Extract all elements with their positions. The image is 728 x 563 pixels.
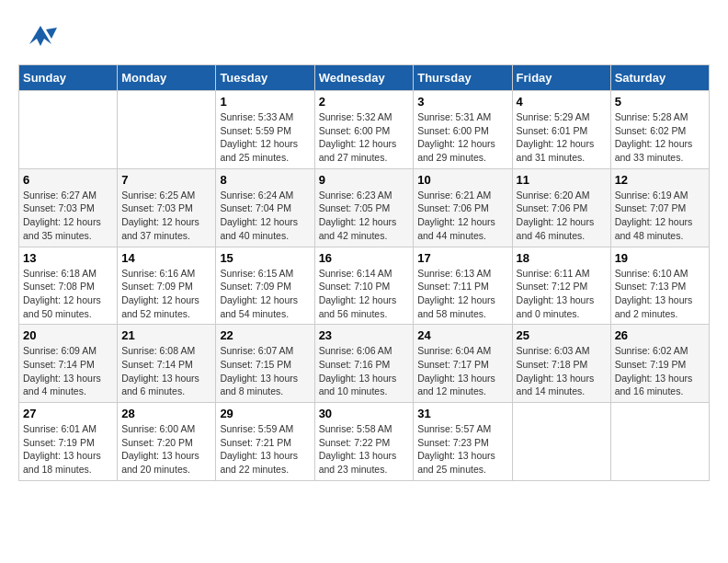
calendar-cell: 1Sunrise: 5:33 AMSunset: 5:59 PMDaylight…: [216, 91, 314, 169]
calendar-cell: 6Sunrise: 6:27 AMSunset: 7:03 PMDaylight…: [19, 168, 118, 247]
calendar-cell: [610, 403, 709, 481]
calendar-cell: 20Sunrise: 6:09 AMSunset: 7:14 PMDayligh…: [19, 325, 118, 403]
day-info: Sunrise: 6:01 AMSunset: 7:19 PMDaylight:…: [23, 422, 113, 477]
day-number: 8: [220, 173, 310, 187]
day-number: 30: [319, 407, 410, 420]
calendar-header-row: SundayMondayTuesdayWednesdayThursdayFrid…: [19, 65, 710, 91]
calendar-cell: 23Sunrise: 6:06 AMSunset: 7:16 PMDayligh…: [314, 325, 414, 403]
day-header-friday: Friday: [512, 65, 610, 91]
day-header-wednesday: Wednesday: [314, 65, 414, 91]
day-number: 21: [121, 328, 211, 342]
calendar-week-row: 1Sunrise: 5:33 AMSunset: 5:59 PMDaylight…: [19, 91, 710, 169]
calendar-cell: 30Sunrise: 5:58 AMSunset: 7:22 PMDayligh…: [314, 403, 414, 481]
day-info: Sunrise: 5:59 AMSunset: 7:21 PMDaylight:…: [220, 422, 310, 477]
day-number: 15: [220, 251, 310, 265]
calendar-cell: 7Sunrise: 6:25 AMSunset: 7:03 PMDaylight…: [118, 168, 216, 247]
day-number: 28: [121, 407, 211, 420]
day-info: Sunrise: 6:11 AMSunset: 7:12 PMDaylight:…: [517, 267, 607, 321]
day-header-thursday: Thursday: [414, 65, 512, 91]
day-info: Sunrise: 6:27 AMSunset: 7:03 PMDaylight:…: [23, 189, 113, 243]
day-number: 16: [319, 251, 410, 265]
calendar-cell: 31Sunrise: 5:57 AMSunset: 7:23 PMDayligh…: [414, 403, 512, 481]
day-info: Sunrise: 6:08 AMSunset: 7:14 PMDaylight:…: [121, 344, 211, 398]
day-number: 22: [220, 328, 310, 342]
day-number: 23: [319, 328, 410, 342]
calendar-cell: 22Sunrise: 6:07 AMSunset: 7:15 PMDayligh…: [216, 325, 314, 403]
day-number: 14: [121, 251, 211, 265]
calendar-cell: 17Sunrise: 6:13 AMSunset: 7:11 PMDayligh…: [414, 247, 512, 325]
calendar-cell: 13Sunrise: 6:18 AMSunset: 7:08 PMDayligh…: [19, 247, 118, 325]
day-number: 10: [417, 173, 507, 187]
svg-marker-0: [29, 26, 51, 46]
calendar-week-row: 20Sunrise: 6:09 AMSunset: 7:14 PMDayligh…: [19, 325, 710, 403]
day-number: 13: [23, 251, 113, 265]
day-number: 3: [417, 95, 507, 109]
calendar-week-row: 6Sunrise: 6:27 AMSunset: 7:03 PMDaylight…: [19, 168, 710, 247]
day-info: Sunrise: 6:19 AMSunset: 7:07 PMDaylight:…: [615, 189, 705, 243]
day-info: Sunrise: 6:14 AMSunset: 7:10 PMDaylight:…: [319, 267, 410, 321]
calendar-week-row: 13Sunrise: 6:18 AMSunset: 7:08 PMDayligh…: [19, 247, 710, 325]
day-number: 9: [319, 173, 410, 187]
day-header-sunday: Sunday: [19, 65, 118, 91]
day-info: Sunrise: 5:28 AMSunset: 6:02 PMDaylight:…: [615, 110, 705, 165]
day-header-saturday: Saturday: [610, 65, 709, 91]
day-info: Sunrise: 6:21 AMSunset: 7:06 PMDaylight:…: [417, 189, 507, 243]
calendar-cell: 10Sunrise: 6:21 AMSunset: 7:06 PMDayligh…: [414, 168, 512, 247]
calendar-cell: 28Sunrise: 6:00 AMSunset: 7:20 PMDayligh…: [118, 403, 216, 481]
day-number: 7: [121, 173, 211, 187]
calendar-cell: 24Sunrise: 6:04 AMSunset: 7:17 PMDayligh…: [414, 325, 512, 403]
day-info: Sunrise: 6:18 AMSunset: 7:08 PMDaylight:…: [23, 267, 113, 321]
calendar-cell: 21Sunrise: 6:08 AMSunset: 7:14 PMDayligh…: [118, 325, 216, 403]
day-number: 5: [615, 95, 705, 109]
day-info: Sunrise: 6:04 AMSunset: 7:17 PMDaylight:…: [417, 344, 507, 398]
day-info: Sunrise: 6:07 AMSunset: 7:15 PMDaylight:…: [220, 344, 310, 398]
calendar-cell: 11Sunrise: 6:20 AMSunset: 7:06 PMDayligh…: [512, 168, 610, 247]
calendar-cell: 4Sunrise: 5:29 AMSunset: 6:01 PMDaylight…: [512, 91, 610, 169]
day-number: 4: [517, 95, 607, 109]
day-number: 27: [23, 407, 113, 420]
calendar-cell: 29Sunrise: 5:59 AMSunset: 7:21 PMDayligh…: [216, 403, 314, 481]
day-info: Sunrise: 6:25 AMSunset: 7:03 PMDaylight:…: [121, 189, 211, 243]
calendar-cell: 19Sunrise: 6:10 AMSunset: 7:13 PMDayligh…: [610, 247, 709, 325]
day-info: Sunrise: 5:58 AMSunset: 7:22 PMDaylight:…: [319, 422, 410, 477]
calendar-cell: 18Sunrise: 6:11 AMSunset: 7:12 PMDayligh…: [512, 247, 610, 325]
day-info: Sunrise: 6:23 AMSunset: 7:05 PMDaylight:…: [319, 189, 410, 243]
day-info: Sunrise: 6:06 AMSunset: 7:16 PMDaylight:…: [319, 344, 410, 398]
day-info: Sunrise: 5:33 AMSunset: 5:59 PMDaylight:…: [220, 110, 310, 165]
calendar-cell: 3Sunrise: 5:31 AMSunset: 6:00 PMDaylight…: [414, 91, 512, 169]
calendar-cell: 26Sunrise: 6:02 AMSunset: 7:19 PMDayligh…: [610, 325, 709, 403]
day-number: 1: [220, 95, 310, 109]
day-info: Sunrise: 6:03 AMSunset: 7:18 PMDaylight:…: [517, 344, 607, 398]
day-info: Sunrise: 6:13 AMSunset: 7:11 PMDaylight:…: [417, 267, 507, 321]
calendar-cell: 15Sunrise: 6:15 AMSunset: 7:09 PMDayligh…: [216, 247, 314, 325]
day-number: 29: [220, 407, 310, 420]
day-number: 18: [517, 251, 607, 265]
calendar-cell: 14Sunrise: 6:16 AMSunset: 7:09 PMDayligh…: [118, 247, 216, 325]
day-number: 31: [417, 407, 507, 420]
calendar-week-row: 27Sunrise: 6:01 AMSunset: 7:19 PMDayligh…: [19, 403, 710, 481]
svg-marker-1: [46, 28, 57, 39]
day-info: Sunrise: 6:24 AMSunset: 7:04 PMDaylight:…: [220, 189, 310, 243]
calendar-cell: 25Sunrise: 6:03 AMSunset: 7:18 PMDayligh…: [512, 325, 610, 403]
day-info: Sunrise: 6:15 AMSunset: 7:09 PMDaylight:…: [220, 267, 310, 321]
day-info: Sunrise: 5:57 AMSunset: 7:23 PMDaylight:…: [417, 422, 507, 477]
day-info: Sunrise: 5:31 AMSunset: 6:00 PMDaylight:…: [417, 110, 507, 165]
calendar-cell: [19, 91, 118, 169]
calendar-cell: 27Sunrise: 6:01 AMSunset: 7:19 PMDayligh…: [19, 403, 118, 481]
calendar-table: SundayMondayTuesdayWednesdayThursdayFrid…: [18, 64, 710, 481]
day-number: 24: [417, 328, 507, 342]
day-info: Sunrise: 5:32 AMSunset: 6:00 PMDaylight:…: [319, 110, 410, 165]
day-number: 6: [23, 173, 113, 187]
day-header-monday: Monday: [118, 65, 216, 91]
calendar-cell: 5Sunrise: 5:28 AMSunset: 6:02 PMDaylight…: [610, 91, 709, 169]
day-number: 19: [615, 251, 705, 265]
calendar-cell: 9Sunrise: 6:23 AMSunset: 7:05 PMDaylight…: [314, 168, 414, 247]
day-info: Sunrise: 6:10 AMSunset: 7:13 PMDaylight:…: [615, 267, 705, 321]
calendar-cell: 8Sunrise: 6:24 AMSunset: 7:04 PMDaylight…: [216, 168, 314, 247]
calendar-cell: 2Sunrise: 5:32 AMSunset: 6:00 PMDaylight…: [314, 91, 414, 169]
day-number: 11: [517, 173, 607, 187]
page-header: [18, 18, 710, 55]
day-info: Sunrise: 5:29 AMSunset: 6:01 PMDaylight:…: [517, 110, 607, 165]
logo: [18, 18, 66, 55]
calendar-cell: 16Sunrise: 6:14 AMSunset: 7:10 PMDayligh…: [314, 247, 414, 325]
